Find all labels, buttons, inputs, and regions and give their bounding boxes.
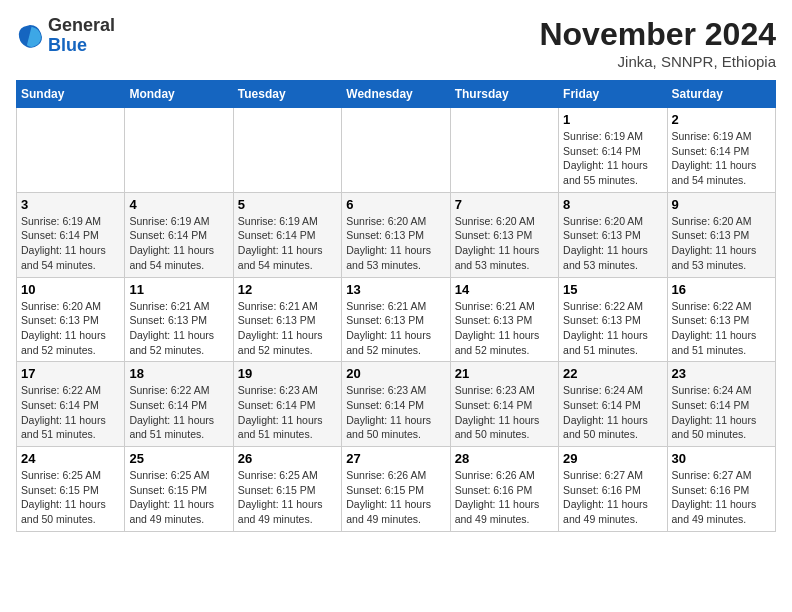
calendar-cell: 19Sunrise: 6:23 AM Sunset: 6:14 PM Dayli…: [233, 362, 341, 447]
calendar-cell: 17Sunrise: 6:22 AM Sunset: 6:14 PM Dayli…: [17, 362, 125, 447]
calendar-week-row: 24Sunrise: 6:25 AM Sunset: 6:15 PM Dayli…: [17, 447, 776, 532]
calendar-week-row: 10Sunrise: 6:20 AM Sunset: 6:13 PM Dayli…: [17, 277, 776, 362]
calendar-week-row: 1Sunrise: 6:19 AM Sunset: 6:14 PM Daylig…: [17, 108, 776, 193]
location: Jinka, SNNPR, Ethiopia: [539, 53, 776, 70]
day-info: Sunrise: 6:19 AM Sunset: 6:14 PM Dayligh…: [672, 129, 771, 188]
weekday-header: Wednesday: [342, 81, 450, 108]
day-number: 19: [238, 366, 337, 381]
day-info: Sunrise: 6:27 AM Sunset: 6:16 PM Dayligh…: [672, 468, 771, 527]
calendar-cell: 30Sunrise: 6:27 AM Sunset: 6:16 PM Dayli…: [667, 447, 775, 532]
day-number: 16: [672, 282, 771, 297]
calendar-cell: 29Sunrise: 6:27 AM Sunset: 6:16 PM Dayli…: [559, 447, 667, 532]
day-number: 10: [21, 282, 120, 297]
title-section: November 2024 Jinka, SNNPR, Ethiopia: [539, 16, 776, 70]
calendar-week-row: 17Sunrise: 6:22 AM Sunset: 6:14 PM Dayli…: [17, 362, 776, 447]
day-number: 21: [455, 366, 554, 381]
day-number: 14: [455, 282, 554, 297]
calendar-cell: [17, 108, 125, 193]
day-number: 29: [563, 451, 662, 466]
day-info: Sunrise: 6:23 AM Sunset: 6:14 PM Dayligh…: [346, 383, 445, 442]
day-info: Sunrise: 6:24 AM Sunset: 6:14 PM Dayligh…: [672, 383, 771, 442]
calendar-cell: 26Sunrise: 6:25 AM Sunset: 6:15 PM Dayli…: [233, 447, 341, 532]
day-number: 17: [21, 366, 120, 381]
calendar-cell: 1Sunrise: 6:19 AM Sunset: 6:14 PM Daylig…: [559, 108, 667, 193]
calendar-cell: 12Sunrise: 6:21 AM Sunset: 6:13 PM Dayli…: [233, 277, 341, 362]
day-info: Sunrise: 6:22 AM Sunset: 6:14 PM Dayligh…: [129, 383, 228, 442]
calendar-cell: [342, 108, 450, 193]
day-info: Sunrise: 6:25 AM Sunset: 6:15 PM Dayligh…: [21, 468, 120, 527]
calendar-cell: 13Sunrise: 6:21 AM Sunset: 6:13 PM Dayli…: [342, 277, 450, 362]
day-number: 11: [129, 282, 228, 297]
day-number: 23: [672, 366, 771, 381]
logo-icon: [16, 22, 44, 50]
calendar-cell: 23Sunrise: 6:24 AM Sunset: 6:14 PM Dayli…: [667, 362, 775, 447]
calendar-cell: [450, 108, 558, 193]
day-number: 6: [346, 197, 445, 212]
logo: General Blue: [16, 16, 115, 56]
calendar-cell: 28Sunrise: 6:26 AM Sunset: 6:16 PM Dayli…: [450, 447, 558, 532]
calendar-cell: 9Sunrise: 6:20 AM Sunset: 6:13 PM Daylig…: [667, 192, 775, 277]
day-number: 1: [563, 112, 662, 127]
day-info: Sunrise: 6:26 AM Sunset: 6:16 PM Dayligh…: [455, 468, 554, 527]
day-number: 22: [563, 366, 662, 381]
calendar-cell: 8Sunrise: 6:20 AM Sunset: 6:13 PM Daylig…: [559, 192, 667, 277]
day-info: Sunrise: 6:19 AM Sunset: 6:14 PM Dayligh…: [129, 214, 228, 273]
day-info: Sunrise: 6:20 AM Sunset: 6:13 PM Dayligh…: [672, 214, 771, 273]
weekday-header: Thursday: [450, 81, 558, 108]
calendar-cell: 25Sunrise: 6:25 AM Sunset: 6:15 PM Dayli…: [125, 447, 233, 532]
weekday-header: Monday: [125, 81, 233, 108]
day-info: Sunrise: 6:19 AM Sunset: 6:14 PM Dayligh…: [563, 129, 662, 188]
calendar-cell: 20Sunrise: 6:23 AM Sunset: 6:14 PM Dayli…: [342, 362, 450, 447]
month-title: November 2024: [539, 16, 776, 53]
calendar-cell: 21Sunrise: 6:23 AM Sunset: 6:14 PM Dayli…: [450, 362, 558, 447]
day-info: Sunrise: 6:21 AM Sunset: 6:13 PM Dayligh…: [129, 299, 228, 358]
calendar-cell: 14Sunrise: 6:21 AM Sunset: 6:13 PM Dayli…: [450, 277, 558, 362]
logo-text: General Blue: [48, 16, 115, 56]
weekday-header-row: SundayMondayTuesdayWednesdayThursdayFrid…: [17, 81, 776, 108]
day-info: Sunrise: 6:25 AM Sunset: 6:15 PM Dayligh…: [238, 468, 337, 527]
day-number: 24: [21, 451, 120, 466]
day-number: 26: [238, 451, 337, 466]
weekday-header: Sunday: [17, 81, 125, 108]
day-number: 8: [563, 197, 662, 212]
day-info: Sunrise: 6:24 AM Sunset: 6:14 PM Dayligh…: [563, 383, 662, 442]
calendar-cell: 3Sunrise: 6:19 AM Sunset: 6:14 PM Daylig…: [17, 192, 125, 277]
calendar-week-row: 3Sunrise: 6:19 AM Sunset: 6:14 PM Daylig…: [17, 192, 776, 277]
calendar-cell: [125, 108, 233, 193]
day-number: 7: [455, 197, 554, 212]
day-number: 18: [129, 366, 228, 381]
day-info: Sunrise: 6:22 AM Sunset: 6:14 PM Dayligh…: [21, 383, 120, 442]
day-info: Sunrise: 6:26 AM Sunset: 6:15 PM Dayligh…: [346, 468, 445, 527]
day-number: 5: [238, 197, 337, 212]
calendar-cell: 27Sunrise: 6:26 AM Sunset: 6:15 PM Dayli…: [342, 447, 450, 532]
weekday-header: Friday: [559, 81, 667, 108]
day-number: 4: [129, 197, 228, 212]
calendar-cell: 22Sunrise: 6:24 AM Sunset: 6:14 PM Dayli…: [559, 362, 667, 447]
weekday-header: Saturday: [667, 81, 775, 108]
calendar-cell: 24Sunrise: 6:25 AM Sunset: 6:15 PM Dayli…: [17, 447, 125, 532]
day-info: Sunrise: 6:19 AM Sunset: 6:14 PM Dayligh…: [238, 214, 337, 273]
day-info: Sunrise: 6:21 AM Sunset: 6:13 PM Dayligh…: [346, 299, 445, 358]
calendar-cell: [233, 108, 341, 193]
day-number: 15: [563, 282, 662, 297]
day-number: 13: [346, 282, 445, 297]
calendar-cell: 11Sunrise: 6:21 AM Sunset: 6:13 PM Dayli…: [125, 277, 233, 362]
calendar-cell: 16Sunrise: 6:22 AM Sunset: 6:13 PM Dayli…: [667, 277, 775, 362]
weekday-header: Tuesday: [233, 81, 341, 108]
calendar-cell: 18Sunrise: 6:22 AM Sunset: 6:14 PM Dayli…: [125, 362, 233, 447]
day-info: Sunrise: 6:20 AM Sunset: 6:13 PM Dayligh…: [21, 299, 120, 358]
day-info: Sunrise: 6:20 AM Sunset: 6:13 PM Dayligh…: [455, 214, 554, 273]
day-info: Sunrise: 6:23 AM Sunset: 6:14 PM Dayligh…: [455, 383, 554, 442]
day-info: Sunrise: 6:25 AM Sunset: 6:15 PM Dayligh…: [129, 468, 228, 527]
day-number: 27: [346, 451, 445, 466]
day-number: 25: [129, 451, 228, 466]
calendar-cell: 10Sunrise: 6:20 AM Sunset: 6:13 PM Dayli…: [17, 277, 125, 362]
calendar-table: SundayMondayTuesdayWednesdayThursdayFrid…: [16, 80, 776, 532]
calendar-cell: 4Sunrise: 6:19 AM Sunset: 6:14 PM Daylig…: [125, 192, 233, 277]
day-number: 12: [238, 282, 337, 297]
calendar-cell: 7Sunrise: 6:20 AM Sunset: 6:13 PM Daylig…: [450, 192, 558, 277]
day-info: Sunrise: 6:22 AM Sunset: 6:13 PM Dayligh…: [563, 299, 662, 358]
calendar-cell: 15Sunrise: 6:22 AM Sunset: 6:13 PM Dayli…: [559, 277, 667, 362]
day-number: 3: [21, 197, 120, 212]
day-number: 30: [672, 451, 771, 466]
